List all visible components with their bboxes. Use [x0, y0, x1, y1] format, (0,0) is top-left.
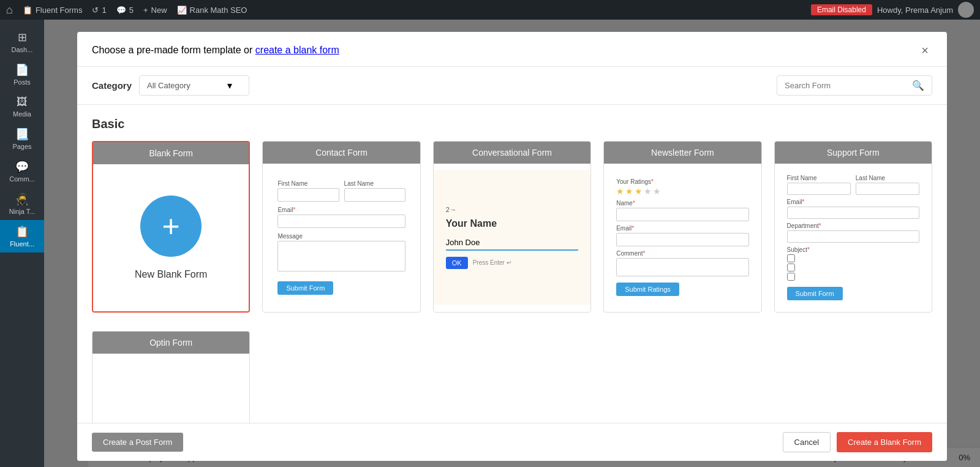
- newsletter-mini-form: Your Ratings* ★★★★★ Name* Email* Comment…: [614, 178, 751, 296]
- conv-ok-btn: OK: [446, 257, 468, 269]
- blank-form-circle: +: [140, 196, 202, 257]
- sidebar-item-ninja[interactable]: 🥷 Ninja T...: [0, 188, 44, 220]
- conversational-form-preview: 2→ Your Name OK Press Enter ↵: [434, 164, 590, 311]
- create-post-form-button[interactable]: Create a Post Form: [92, 433, 183, 452]
- checkbox-1[interactable]: [787, 254, 795, 262]
- modal-overlay: Choose a pre-made form template or creat…: [44, 20, 980, 467]
- blank-form-preview: + New Blank Form: [93, 164, 249, 311]
- modal-close-button[interactable]: ×: [918, 43, 932, 58]
- modal-filters: Category All Category ▾ 🔍: [77, 67, 947, 105]
- support-form-card[interactable]: Support Form First Name: [774, 141, 932, 313]
- blank-form-card[interactable]: Blank Form + New Blank Form: [92, 141, 250, 313]
- conv-input: [446, 235, 578, 251]
- optin-form-header: Optin Form: [92, 332, 249, 354]
- conversational-form-card[interactable]: Conversational Form 2→ Your Name OK Pres…: [433, 141, 591, 313]
- support-form-preview: First Name Last Name Email*: [775, 164, 932, 311]
- search-icon: 🔍: [912, 80, 924, 91]
- newsletter-form-preview: Your Ratings* ★★★★★ Name* Email* Comment…: [604, 164, 761, 311]
- chevron-down-icon: ▾: [227, 80, 232, 91]
- modal-header: Choose a pre-made form template or creat…: [77, 32, 947, 67]
- newsletter-submit-btn[interactable]: Submit Ratings: [616, 283, 679, 296]
- sidebar-item-comments[interactable]: 💬 Comm...: [0, 155, 44, 188]
- sidebar-item-media[interactable]: 🖼 Media: [0, 91, 44, 123]
- create-blank-button[interactable]: Create a Blank Form: [837, 432, 932, 452]
- media-icon: 🖼: [17, 96, 28, 108]
- search-form-input[interactable]: [785, 81, 907, 90]
- dashboard-icon: ⊞: [18, 31, 27, 44]
- blank-form-label: New Blank Form: [135, 269, 207, 280]
- modal-dialog: Choose a pre-made form template or creat…: [77, 32, 947, 461]
- modal-body: Basic Blank Form + New Blank Form: [77, 105, 947, 423]
- wp-sidebar: ⊞ Dash... 📄 Posts 🖼 Media 📃 Pages 💬 Comm…: [0, 20, 44, 467]
- rank-math-link[interactable]: 📈 Rank Math SEO: [177, 6, 247, 15]
- plus-icon: +: [162, 211, 180, 241]
- sidebar-item-dashboard[interactable]: ⊞ Dash...: [0, 26, 44, 58]
- checkbox-3[interactable]: [787, 273, 795, 281]
- sidebar-item-fluent[interactable]: 📋 Fluent...: [0, 220, 44, 252]
- pages-icon: 📃: [15, 127, 29, 141]
- optin-form-preview: [92, 354, 249, 423]
- main-content: Choose a pre-made form template or creat…: [44, 20, 980, 467]
- checkbox-2[interactable]: [787, 264, 795, 271]
- conv-preview: 2→ Your Name OK Press Enter ↵: [434, 170, 590, 305]
- newsletter-form-header: Newsletter Form: [604, 142, 761, 164]
- contact-form-preview: First Name Last Name Email*: [263, 164, 420, 311]
- new-link[interactable]: + New: [143, 6, 167, 15]
- contact-submit-btn[interactable]: Submit Form: [277, 281, 333, 295]
- revisions-icon: ↺: [92, 6, 99, 15]
- footer-right: Cancel Create a Blank Form: [783, 432, 932, 452]
- posts-icon: 📄: [15, 63, 29, 77]
- support-mini-form: First Name Last Name Email*: [785, 175, 922, 300]
- sidebar-item-pages[interactable]: 📃 Pages: [0, 123, 44, 155]
- revisions-link[interactable]: ↺ 1: [92, 6, 106, 15]
- support-form-header: Support Form: [775, 142, 932, 164]
- email-disabled-badge[interactable]: Email Disabled: [811, 4, 872, 15]
- category-value: All Category: [147, 81, 190, 90]
- fluent-sidebar-icon: 📋: [15, 225, 29, 238]
- optin-form-card[interactable]: Optin Form: [92, 331, 250, 423]
- forms-grid-second: Optin Form: [92, 331, 932, 423]
- category-dropdown[interactable]: All Category ▾: [139, 75, 249, 96]
- new-icon: +: [143, 6, 148, 15]
- category-label: Category: [92, 80, 132, 91]
- sidebar-item-posts[interactable]: 📄 Posts: [0, 58, 44, 91]
- forms-grid-basic: Blank Form + New Blank Form Contact Form: [92, 141, 932, 313]
- cancel-button[interactable]: Cancel: [783, 432, 831, 452]
- comments-sidebar-icon: 💬: [15, 160, 29, 173]
- contact-form-header: Contact Form: [263, 142, 420, 164]
- modal-title: Choose a pre-made form template or creat…: [92, 45, 339, 56]
- conversational-form-header: Conversational Form: [434, 142, 590, 164]
- admin-bar: ⌂ 📋 Fluent Forms ↺ 1 💬 5 + New 📈 Rank Ma…: [0, 0, 980, 20]
- ninja-icon: 🥷: [15, 192, 29, 206]
- howdy-text: Howdy, Prema Anjum: [877, 6, 953, 15]
- rank-math-icon: 📈: [177, 6, 187, 15]
- modal-footer: Create a Post Form Cancel Create a Blank…: [77, 423, 947, 461]
- user-avatar: [958, 2, 974, 18]
- fluent-forms-icon: 📋: [23, 6, 32, 15]
- support-submit-btn[interactable]: Submit Form: [787, 287, 843, 300]
- contact-form-card[interactable]: Contact Form First Name: [262, 141, 420, 313]
- comments-icon: 💬: [116, 6, 126, 15]
- comments-link[interactable]: 💬 5: [116, 6, 134, 15]
- contact-mini-form: First Name Last Name Email*: [273, 180, 410, 295]
- newsletter-form-card[interactable]: Newsletter Form Your Ratings* ★★★★★ Name…: [603, 141, 761, 313]
- create-blank-link[interactable]: create a blank form: [255, 45, 339, 55]
- basic-section-title: Basic: [92, 117, 932, 131]
- search-form-container: 🔍: [777, 75, 932, 96]
- filter-category: Category All Category ▾: [92, 75, 249, 96]
- fluent-forms-link[interactable]: 📋 Fluent Forms: [23, 6, 83, 15]
- wp-logo[interactable]: ⌂: [6, 4, 13, 17]
- blank-form-header: Blank Form: [93, 142, 249, 164]
